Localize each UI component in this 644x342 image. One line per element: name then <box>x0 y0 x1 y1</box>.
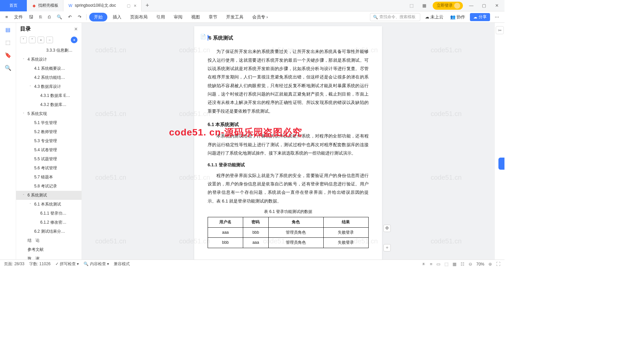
toc-item[interactable]: 5.3 专业管理 <box>16 136 82 146</box>
web-view-icon[interactable]: ▦ <box>452 262 457 267</box>
new-tab-button[interactable]: + <box>142 2 153 9</box>
tab-label: springboot108论文.doc <box>75 3 116 8</box>
maximize-icon[interactable]: ▢ <box>480 1 488 10</box>
toc-item[interactable]: 5.8 考试记录 <box>16 182 82 191</box>
spellcheck-button[interactable]: ✓ 拼写检查 ▾ <box>55 261 79 267</box>
tab-home[interactable]: 首页 <box>0 0 27 11</box>
page-indicator[interactable]: 页面: 28/33 <box>4 261 24 267</box>
toc-item[interactable]: ˅5 系统实现 <box>16 109 82 118</box>
print-icon[interactable]: ⎙ <box>46 13 53 21</box>
toc-item[interactable]: 5.6 考试管理 <box>16 164 82 173</box>
share-button[interactable]: ☁ 分享 <box>470 13 490 21</box>
heading-2: 6.1 本系统测试 <box>208 120 369 129</box>
document-viewport[interactable]: 📄 ▾ 6 系统测试 为了保证所开发出来的系统质量过关，让所开发出来的系统具备可… <box>82 23 494 260</box>
toc-item[interactable]: 3.3.3 信息删… <box>16 46 82 55</box>
word-icon: W <box>68 3 73 8</box>
toc-item[interactable]: ˅6 系统测试 <box>16 191 82 200</box>
move-handle-icon[interactable]: ✥ <box>383 225 391 232</box>
command-search[interactable]: 🔍查找命令、搜索模板 <box>370 13 420 21</box>
avatar-icon <box>454 3 460 9</box>
menu-view[interactable]: 视图 <box>188 13 203 21</box>
remove-icon[interactable]: − <box>46 37 53 43</box>
grid-icon[interactable]: ▦ <box>420 1 429 10</box>
fullscreen-icon[interactable]: ⛶ <box>496 262 500 267</box>
zoom-level[interactable]: 70% <box>476 262 484 267</box>
ai-icon[interactable]: ✦ <box>71 37 77 43</box>
undo-icon[interactable]: ↶ <box>66 13 74 21</box>
menu-vip[interactable]: 会员专 › <box>249 13 271 21</box>
right-rail: ≔ <box>494 23 504 260</box>
compat-mode[interactable]: 兼容模式 <box>114 261 130 267</box>
toc-item[interactable]: 6.1.2 修改密… <box>16 218 82 227</box>
toc-item[interactable]: 5.1 学生管理 <box>16 118 82 127</box>
tab-template[interactable]: ◆ 找稻壳模板 <box>27 0 63 11</box>
file-menu[interactable]: 文件 <box>12 13 25 21</box>
toc-list[interactable]: 3.3.3 信息删…˅4 系统设计4.1 系统概要设…4.2 系统功能结…˅4.… <box>16 45 82 260</box>
expand-all-icon[interactable]: ˄ <box>29 37 36 43</box>
login-button[interactable]: 立即登录 <box>433 2 463 10</box>
close-icon[interactable]: × <box>74 26 77 32</box>
contentcheck-button[interactable]: 🔍 内容检查 ▾ <box>84 261 109 267</box>
toc-item[interactable]: 5.7 错题本 <box>16 173 82 182</box>
toc-item[interactable]: 5.4 试卷管理 <box>16 146 82 155</box>
toc-item[interactable]: 6.2 测试结果分… <box>16 227 82 236</box>
toc-item[interactable]: 4.1 系统概要设… <box>16 64 82 73</box>
toc-item[interactable]: 致 谢 <box>16 254 82 260</box>
menu-insert[interactable]: 插入 <box>109 13 125 21</box>
menu-pagelayout[interactable]: 页面布局 <box>127 13 151 21</box>
toc-item[interactable]: 参考文献 <box>16 245 82 254</box>
word-count[interactable]: 字数: 11026 <box>29 261 51 267</box>
toc-item[interactable]: 6.1.1 登录功… <box>16 209 82 218</box>
redo-icon[interactable]: ↷ <box>76 13 84 21</box>
toc-item[interactable]: ˅4.3 数据库设计 <box>16 82 82 91</box>
collapse-all-icon[interactable]: ˅ <box>20 37 27 43</box>
menu-icon[interactable]: ≡ <box>3 13 10 21</box>
add-icon[interactable]: + <box>38 37 44 43</box>
toc-tools: ˅ ˄ + − ✦ <box>16 35 82 45</box>
toc-item[interactable]: 5.2 教师管理 <box>16 127 82 136</box>
more-icon[interactable]: ⋯ <box>493 13 501 21</box>
view-mode-icon[interactable]: ≡ <box>430 262 432 267</box>
tab-split-icon[interactable]: ▢ <box>127 3 130 8</box>
reading-icon[interactable]: ▭ <box>436 262 440 267</box>
menu-devtools[interactable]: 开发工具 <box>223 13 247 21</box>
save-as-icon[interactable]: ⎘ <box>37 13 44 21</box>
toc-item[interactable]: 5.5 试题管理 <box>16 155 82 164</box>
search-rail-icon[interactable]: 🔍 <box>5 64 11 71</box>
save-icon[interactable]: 🖫 <box>27 13 35 21</box>
brightness-icon[interactable]: ☀ <box>422 262 426 267</box>
layout-icon[interactable]: ⬚ <box>407 1 416 10</box>
outline-view-icon[interactable]: ☷ <box>461 262 465 267</box>
side-drawer-handle[interactable] <box>498 158 504 170</box>
panel-toggle-icon[interactable]: ≔ <box>496 26 504 34</box>
heading-1: 6 系统测试 <box>208 35 233 41</box>
toc-item[interactable]: ˅6.1 本系统测试 <box>16 200 82 209</box>
menu-reference[interactable]: 引用 <box>153 13 168 21</box>
page-view-icon[interactable]: ⬚ <box>444 262 448 267</box>
nav-icon[interactable]: ⬚ <box>5 39 11 46</box>
close-icon[interactable]: × <box>134 3 137 8</box>
toc-item[interactable]: 4.3.2 数据库… <box>16 100 82 109</box>
add-row-icon[interactable]: + <box>383 244 391 251</box>
close-window-icon[interactable]: ✕ <box>492 1 501 10</box>
menu-section[interactable]: 章节 <box>205 13 221 21</box>
collab-button[interactable]: 👥 协作 <box>448 13 467 21</box>
toc-item[interactable]: ˅4 系统设计 <box>16 55 82 64</box>
outline-icon[interactable]: ▤ <box>5 26 11 33</box>
tab-document[interactable]: W springboot108论文.doc ▢ × <box>63 0 142 11</box>
search-placeholder: 查找命令、搜索模板 <box>379 14 416 20</box>
toc-item[interactable]: 4.3.1 数据库 E… <box>16 91 82 100</box>
login-label: 立即登录 <box>437 3 453 8</box>
bookmark-icon[interactable]: 🔖 <box>5 52 11 58</box>
cloud-button[interactable]: ☁ 未上云 <box>423 13 445 21</box>
toc-item[interactable]: 4.2 系统功能结… <box>16 73 82 82</box>
preview-icon[interactable]: 🔍 <box>55 13 64 21</box>
search-icon: 🔍 <box>373 15 378 19</box>
zoom-in-icon[interactable]: ⊕ <box>488 262 492 267</box>
menu-review[interactable]: 审阅 <box>170 13 186 21</box>
minimize-icon[interactable]: — <box>467 1 476 10</box>
menu-start[interactable]: 开始 <box>89 13 107 21</box>
heading-3: 6.1.1 登录功能测试 <box>208 161 369 169</box>
toc-item[interactable]: 结 论 <box>16 236 82 245</box>
zoom-out-icon[interactable]: ⊖ <box>469 262 472 267</box>
